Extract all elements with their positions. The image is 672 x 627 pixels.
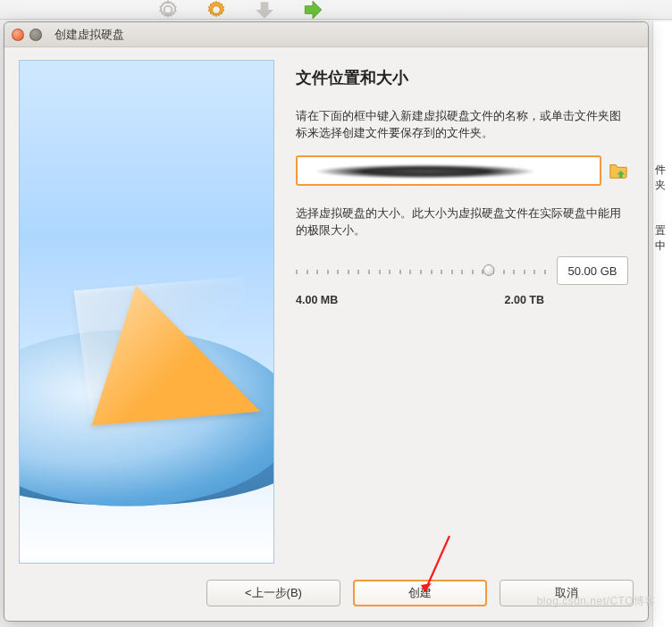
window-minimize-button[interactable]: [29, 29, 42, 41]
arrow-down-icon: [253, 0, 276, 21]
toolbar-icons: [156, 0, 324, 21]
browse-folder-button[interactable]: [609, 162, 628, 180]
background-panel-edge: 件夹 置中: [652, 21, 672, 627]
create-virtual-disk-dialog: 创建虚拟硬盘 文件位置和大小 请在下面的框中键入新建虚拟硬盘文件的名称，或单击文…: [4, 21, 649, 622]
background-toolbar: [0, 0, 672, 20]
size-max-label: 2.00 TB: [505, 294, 544, 306]
form-area: 文件位置和大小 请在下面的框中键入新建虚拟硬盘文件的名称，或单击文件夹图标来选择…: [290, 60, 634, 571]
wizard-illustration: [19, 60, 274, 564]
description-1: 请在下面的框中键入新建虚拟硬盘文件的名称，或单击文件夹图标来选择创建文件要保存到…: [296, 108, 628, 143]
watermark: blog.csdn.net/CTO博客: [537, 594, 656, 609]
redacted-text: [314, 164, 537, 179]
gear-solid-icon: [205, 0, 228, 21]
window-title: 创建虚拟硬盘: [55, 27, 124, 43]
create-button[interactable]: 创建: [353, 580, 487, 606]
folder-icon: [609, 162, 628, 180]
slider-thumb[interactable]: [483, 264, 494, 276]
size-slider-row: 50.00 GB: [296, 256, 628, 285]
back-button[interactable]: <上一步(B): [206, 580, 340, 606]
page-heading: 文件位置和大小: [296, 67, 628, 88]
file-path-input[interactable]: [296, 155, 601, 186]
dialog-content: 文件位置和大小 请在下面的框中键入新建虚拟硬盘文件的名称，或单击文件夹图标来选择…: [4, 47, 648, 571]
titlebar[interactable]: 创建虚拟硬盘: [4, 22, 648, 47]
size-min-label: 4.00 MB: [296, 294, 338, 306]
arrow-right-icon: [301, 0, 324, 21]
size-slider[interactable]: [296, 262, 546, 280]
description-2: 选择虚拟硬盘的大小。此大小为虚拟硬盘文件在实际硬盘中能用的极限大小。: [296, 205, 628, 240]
size-value-input[interactable]: 50.00 GB: [557, 256, 628, 285]
gear-outline-icon: [156, 0, 180, 21]
window-close-button[interactable]: [12, 29, 24, 41]
